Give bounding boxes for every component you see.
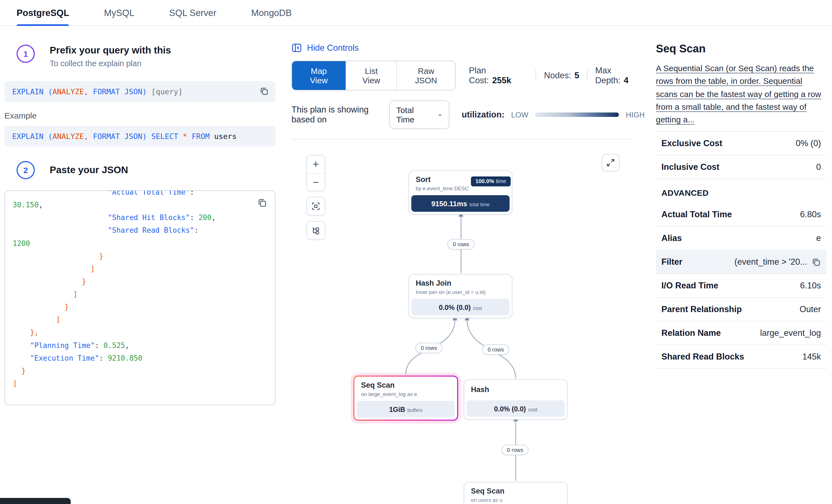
zoom-in-button[interactable]: + (307, 156, 324, 173)
plan-stats: Plan Cost:255k Nodes:5 Max Depth:4 (469, 66, 645, 85)
example-label: Example (4, 111, 276, 120)
copy-button[interactable] (258, 86, 270, 98)
chevron-down-icon (438, 112, 442, 118)
detail-row-parent-relationship: Parent Relationship Outer (656, 298, 827, 322)
detail-label: Inclusive Cost (661, 162, 719, 172)
plan-main: Hide Controls Map View List View Raw JSO… (280, 26, 645, 504)
database-tabbar: PostgreSQL MySQL SQL Server MongoDB (0, 0, 832, 26)
stat-plan-cost: Plan Cost:255k (469, 66, 528, 85)
clipped-toast (0, 498, 71, 504)
detail-value: 0 (816, 162, 821, 172)
hide-controls-link[interactable]: Hide Controls (291, 43, 359, 53)
step-2-number: 2 (17, 161, 35, 179)
stat-label: Max Depth: (595, 66, 620, 85)
node-subtitle: on users as u (471, 497, 561, 503)
detail-value: large_event_log (760, 328, 821, 338)
tab-sql-server[interactable]: SQL Server (169, 0, 216, 25)
detail-row-alias: Alias e (656, 227, 827, 251)
node-unit: cost (528, 407, 537, 413)
detail-row-io-read-time: I/O Read Time 6.10s (656, 274, 827, 298)
node-value: 0.0% (0.0) (439, 304, 471, 312)
details-description[interactable]: A Sequential Scan (or Seq Scan) reads th… (656, 62, 827, 126)
utilization-gradient-bar (535, 112, 619, 117)
raw-json-button[interactable]: Raw JSON (396, 61, 455, 90)
json-input[interactable]: "Actual Total Time": 30.150, "Shared Hit… (4, 190, 276, 405)
view-controls-row: Map View List View Raw JSON Plan Cost:25… (291, 61, 645, 90)
metric-select-value: Total Time (396, 105, 423, 124)
edge-rows-pill: 0 rows (501, 445, 529, 455)
step-1-number: 1 (17, 45, 35, 63)
node-buffers-bar: 1GiBbuffers (357, 401, 455, 417)
detail-value: 6.10s (800, 281, 821, 291)
zoom-in-icon: + (313, 158, 319, 170)
copy-icon[interactable] (812, 257, 821, 267)
copy-icon (257, 198, 267, 207)
tab-mongodb[interactable]: MongoDB (251, 0, 292, 25)
stat-label: Plan Cost: (469, 66, 489, 85)
fit-view-button[interactable] (307, 197, 324, 215)
step-1-subtitle: To collect the explain plan (50, 59, 171, 68)
layout-tree-button[interactable] (307, 222, 324, 239)
zoom-out-button[interactable]: − (307, 173, 324, 191)
detail-label: Relation Name (661, 328, 721, 338)
plan-map-canvas[interactable]: 0 rows 0 rows 0 rows 0 rows 100.0%time S… (291, 140, 645, 504)
plan-node-seq-scan-users[interactable]: Seq Scan on users as u 11MiBbuffers (464, 482, 568, 504)
detail-value: Outer (800, 305, 821, 315)
stat-nodes: Nodes:5 (544, 71, 579, 81)
details-section-advanced: ADVANCED (656, 179, 827, 203)
explain-example-code: EXPLAIN (ANALYZE, FORMAT JSON) SELECT * … (4, 126, 276, 147)
node-unit: cost (473, 306, 482, 311)
plan-node-hash[interactable]: Hash 0.0% (0.0)cost (464, 380, 568, 420)
plan-node-seq-scan-events[interactable]: Seq Scan on large_event_log as e 1GiBbuf… (353, 375, 458, 421)
tab-mysql[interactable]: MySQL (104, 0, 134, 25)
detail-label: Exclusive Cost (661, 139, 722, 149)
json-input-content: "Actual Total Time": 30.150, "Shared Hit… (5, 190, 275, 396)
node-subtitle: on large_event_log as e (361, 391, 450, 397)
detail-value: e (816, 233, 821, 244)
fullscreen-button[interactable] (602, 154, 620, 171)
metric-controls-row: This plan is showing based on Total Time… (291, 100, 645, 129)
node-value: 9150.11ms (431, 200, 467, 208)
content: 1 Prefix your query with this To collect… (0, 26, 832, 504)
node-details-sidebar: Seq Scan A Sequential Scan (or Seq Scan)… (645, 26, 832, 504)
utilization-label: utilization: (462, 110, 504, 120)
node-unit: total time (470, 202, 490, 207)
details-title: Seq Scan (656, 43, 827, 55)
zoom-out-icon: − (313, 176, 319, 188)
showing-text: This plan is showing based on (291, 105, 382, 124)
step-1: 1 Prefix your query with this To collect… (4, 45, 276, 68)
plan-node-hash-join[interactable]: Hash Join Inner join on (e.user_id = u.i… (409, 274, 512, 318)
utilization-low-label: LOW (511, 111, 529, 119)
step-1-title: Prefix your query with this (50, 45, 171, 56)
edge-rows-pill: 0 rows (447, 239, 475, 250)
copy-json-button[interactable] (256, 197, 268, 209)
node-title: Hash Join (416, 279, 505, 288)
app-root: PostgreSQL MySQL SQL Server MongoDB 1 Pr… (0, 0, 832, 504)
node-cost-bar: 0.0% (0.0)cost (411, 299, 510, 315)
metric-select[interactable]: Total Time (389, 100, 449, 129)
tab-postgresql[interactable]: PostgreSQL (17, 0, 69, 25)
divider (587, 70, 588, 81)
list-view-button[interactable]: List View (346, 61, 397, 90)
detail-label: Shared Read Blocks (661, 352, 744, 362)
detail-row-relation-name: Relation Name large_event_log (656, 322, 827, 345)
detail-row-filter: Filter (event_time > '20... (656, 251, 827, 274)
detail-row-inclusive-cost: Inclusive Cost 0 (656, 156, 827, 179)
time-percent-badge: 100.0%time (471, 176, 511, 186)
badge-unit: time (496, 178, 506, 184)
view-toggle: Map View List View Raw JSON (291, 61, 456, 90)
explain-prefix-text: EXPLAIN (ANALYZE, FORMAT JSON) [query] (12, 87, 183, 96)
left-panel: 1 Prefix your query with this To collect… (0, 26, 280, 504)
fit-view-icon (311, 201, 321, 211)
step-2-title: Paste your JSON (50, 164, 128, 176)
node-cost-bar: 0.0% (0.0)cost (467, 400, 565, 417)
stat-label: Nodes: (544, 71, 571, 80)
detail-value: 145k (803, 352, 821, 362)
detail-value: 6.80s (800, 210, 821, 220)
plan-node-sort[interactable]: 100.0%time Sort by e.event_time DESC 915… (409, 170, 512, 215)
explain-prefix-code: EXPLAIN (ANALYZE, FORMAT JSON) [query] (4, 81, 276, 102)
tree-layout-icon (311, 226, 321, 235)
stat-value: 4 (624, 76, 628, 85)
panel-collapse-icon (291, 43, 302, 53)
map-view-button[interactable]: Map View (292, 61, 346, 90)
